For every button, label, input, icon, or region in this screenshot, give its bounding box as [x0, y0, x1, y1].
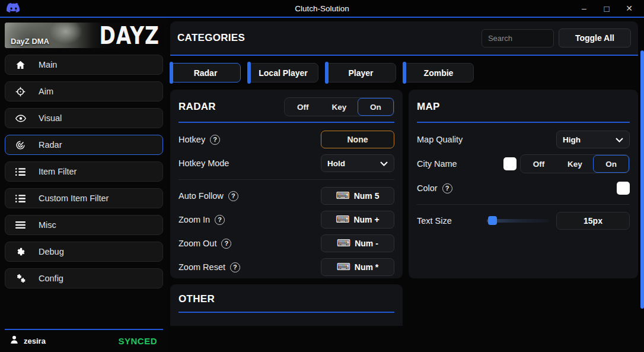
tab-player[interactable]: Player [326, 63, 396, 83]
sidebar-item-main[interactable]: Main [5, 55, 163, 75]
chevron-down-icon [616, 135, 623, 144]
zoom-reset-label: Zoom Reset ? [178, 262, 240, 272]
radar-state-on[interactable]: On [358, 98, 394, 116]
divider [178, 122, 394, 123]
eye-icon [15, 114, 26, 123]
crosshair-icon [15, 87, 26, 97]
city-name-on[interactable]: On [593, 155, 629, 173]
window-title: Clutch-Solution [0, 4, 644, 13]
banner-game-label: DayZ DMA [11, 37, 49, 46]
zoom-out-keybind-button[interactable]: ⌨ Num - [321, 234, 394, 252]
help-icon[interactable]: ? [215, 215, 225, 225]
divider [178, 179, 394, 180]
radar-state-off[interactable]: Off [285, 98, 321, 116]
minimize-button[interactable]: – [575, 1, 593, 15]
sync-status-badge: SYNCED [118, 336, 157, 346]
sidebar-item-custom-item-filter[interactable]: Custom Item Filter [5, 188, 163, 208]
help-icon[interactable]: ? [228, 191, 238, 201]
hotkey-mode-label: Hotkey Mode [178, 158, 229, 168]
text-size-label: Text Size [417, 216, 452, 226]
search-input[interactable] [482, 29, 554, 47]
dayz-logo: DAYZ [99, 23, 160, 48]
tab-zombie[interactable]: Zombie [403, 63, 474, 83]
other-title: OTHER [178, 293, 215, 305]
radar-title: RADAR [178, 101, 216, 113]
map-title: MAP [417, 101, 440, 113]
color-label: Color ? [417, 183, 452, 194]
radar-state-key[interactable]: Key [321, 98, 357, 116]
other-panel: OTHER [170, 284, 403, 326]
slider-thumb[interactable] [488, 216, 497, 225]
list-icon [15, 167, 26, 176]
tab-accent-bar [247, 62, 251, 84]
help-icon[interactable]: ? [442, 183, 452, 194]
help-icon[interactable]: ? [221, 239, 231, 249]
category-tabs: Radar Local Player Player Zombie [170, 63, 638, 83]
tab-local-player[interactable]: Local Player [248, 63, 318, 83]
zoom-reset-keybind-button[interactable]: ⌨ Num * [321, 258, 394, 276]
divider [417, 122, 630, 123]
sidebar-item-visual[interactable]: Visual [5, 108, 163, 128]
sidebar-item-item-filter[interactable]: Item Filter [5, 161, 163, 182]
sidebar: DAYZ DayZ DMA Main Aim [0, 18, 168, 352]
user-icon [9, 335, 19, 347]
sidebar-item-config[interactable]: Config [5, 268, 163, 288]
game-banner: DAYZ DayZ DMA [5, 23, 163, 48]
radar-state-toggle: Off Key On [284, 97, 394, 116]
maximize-button[interactable]: □ [598, 1, 616, 15]
map-quality-label: Map Quality [417, 135, 463, 144]
vertical-scrollbar[interactable] [640, 50, 644, 309]
sidebar-item-aim[interactable]: Aim [5, 81, 163, 102]
divider [178, 312, 394, 313]
color-swatch[interactable] [617, 182, 630, 195]
categories-title: CATEGORIES [177, 32, 245, 44]
main-content: CATEGORIES Toggle All Radar Local Player [168, 18, 644, 352]
auto-follow-keybind-button[interactable]: ⌨ Num 5 [321, 187, 394, 205]
city-name-off[interactable]: Off [521, 155, 557, 173]
gear-icon [15, 247, 26, 257]
city-name-color-swatch[interactable] [503, 157, 517, 170]
hotkey-label: Hotkey ? [178, 135, 220, 145]
sidebar-item-debug[interactable]: Debug [5, 242, 163, 262]
map-quality-select[interactable]: High [556, 131, 630, 148]
chevron-down-icon [380, 159, 388, 168]
user-info: zesira [9, 335, 46, 347]
list-icon [15, 194, 26, 203]
radar-panel: RADAR Off Key On Hotkey ? None [170, 90, 403, 278]
title-bar: Clutch-Solution – □ ✕ [0, 0, 644, 18]
keyboard-icon: ⌨ [336, 191, 350, 201]
zoom-in-label: Zoom In ? [178, 215, 225, 225]
sidebar-item-radar[interactable]: Radar [5, 135, 163, 155]
map-panel: MAP Map Quality High [409, 90, 638, 278]
tab-accent-bar [403, 62, 406, 84]
close-button[interactable]: ✕ [620, 1, 638, 15]
gears-icon [15, 274, 26, 284]
sidebar-footer: zesira SYNCED [5, 329, 163, 352]
hotkey-value-button[interactable]: None [321, 131, 394, 148]
username: zesira [24, 337, 46, 345]
app-window: Clutch-Solution – □ ✕ DAYZ DayZ DMA Main [0, 0, 644, 352]
toggle-all-button[interactable]: Toggle All [559, 28, 631, 47]
radar-icon [15, 140, 26, 150]
menu-lines-icon [15, 221, 26, 229]
text-size-slider[interactable] [487, 219, 549, 223]
auto-follow-label: Auto Follow ? [178, 191, 238, 201]
zoom-in-keybind-button[interactable]: ⌨ Num + [321, 211, 394, 229]
keyboard-icon: ⌨ [336, 215, 349, 224]
sidebar-item-misc[interactable]: Misc [5, 215, 163, 235]
text-size-value: 15px [556, 212, 630, 230]
help-icon[interactable]: ? [230, 262, 240, 272]
sidebar-nav: Main Aim Visual [5, 55, 163, 288]
city-name-label: City Name [417, 159, 457, 169]
hotkey-mode-select[interactable]: Hold [321, 154, 394, 172]
keyboard-icon: ⌨ [337, 239, 350, 248]
divider [417, 204, 630, 205]
keyboard-icon: ⌨ [337, 262, 350, 272]
tab-radar[interactable]: Radar [170, 63, 241, 83]
help-icon[interactable]: ? [210, 135, 220, 145]
city-name-key[interactable]: Key [557, 155, 593, 173]
categories-panel: CATEGORIES Toggle All [170, 21, 638, 56]
home-icon [15, 60, 26, 70]
tab-accent-bar [170, 62, 173, 84]
zoom-out-label: Zoom Out ? [178, 239, 231, 249]
